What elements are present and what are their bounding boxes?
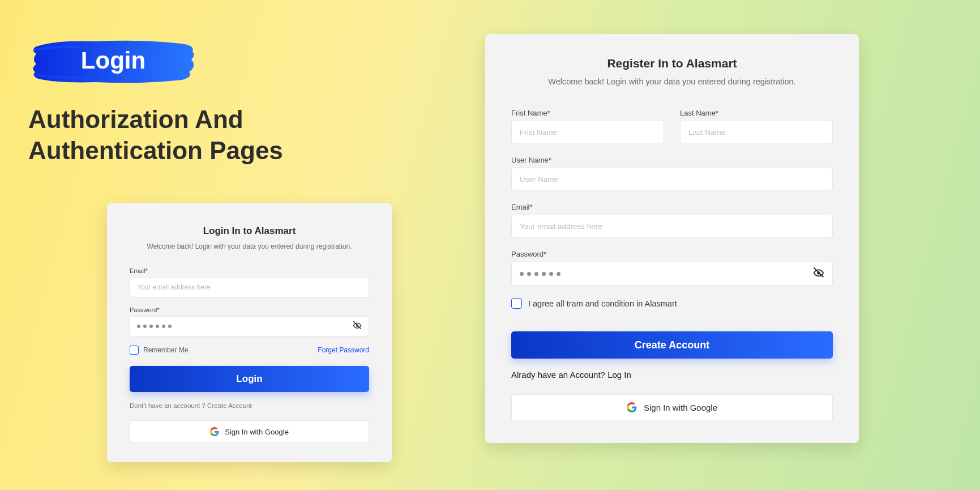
google-icon bbox=[627, 402, 637, 412]
agree-checkbox[interactable] bbox=[511, 298, 522, 309]
brush-badge: Login bbox=[28, 37, 198, 87]
brush-label: Login bbox=[81, 47, 145, 74]
login-subtitle: Welcome back! Login with your data you e… bbox=[130, 242, 369, 250]
user-name-label: User Name* bbox=[511, 156, 833, 164]
register-title: Register In to Alasmart bbox=[511, 57, 833, 70]
remember-checkbox[interactable] bbox=[130, 346, 139, 355]
forget-password-link[interactable]: Forget Password bbox=[318, 346, 369, 354]
login-google-button[interactable]: Sign In with Google bbox=[130, 420, 369, 443]
register-have-account-text: Alrady have an Account? Log In bbox=[511, 370, 833, 380]
first-name-input[interactable] bbox=[511, 121, 664, 143]
register-subtitle: Welcome back! Login with your data you e… bbox=[511, 77, 833, 86]
google-icon bbox=[210, 427, 219, 436]
last-name-label: Last Name* bbox=[680, 109, 833, 117]
login-password-label: Password* bbox=[130, 306, 369, 313]
eye-off-icon[interactable] bbox=[812, 266, 825, 281]
last-name-input[interactable] bbox=[680, 121, 833, 143]
login-card: Login In to Alasmart Welcome back! Login… bbox=[107, 203, 392, 462]
create-account-button[interactable]: Create Account bbox=[511, 331, 833, 359]
register-password-input[interactable] bbox=[511, 262, 833, 286]
login-no-account-text: Dont't have an aceoount ? Create Account bbox=[130, 402, 369, 409]
user-name-input[interactable] bbox=[511, 168, 833, 190]
agree-label: I agree all tram and condition in Alasma… bbox=[528, 299, 677, 308]
register-google-label: Sign In with Google bbox=[644, 403, 717, 412]
login-email-input[interactable] bbox=[130, 277, 369, 297]
login-link[interactable]: Log In bbox=[607, 370, 631, 380]
register-email-label: Email* bbox=[511, 203, 833, 211]
eye-off-icon[interactable] bbox=[352, 320, 362, 333]
create-account-link[interactable]: Create Account bbox=[207, 402, 252, 409]
first-name-label: Frist Name* bbox=[511, 109, 664, 117]
register-google-button[interactable]: Sign In with Google bbox=[511, 394, 833, 420]
login-google-label: Sign In with Google bbox=[225, 428, 289, 436]
hero-heading: Authorization And Authentication Pages bbox=[28, 104, 368, 166]
login-button[interactable]: Login bbox=[130, 366, 369, 392]
register-card: Register In to Alasmart Welcome back! Lo… bbox=[485, 34, 859, 443]
login-title: Login In to Alasmart bbox=[130, 225, 369, 237]
login-email-label: Email* bbox=[130, 267, 369, 274]
hero-section: Login Authorization And Authentication P… bbox=[28, 37, 368, 166]
remember-label: Remember Me bbox=[143, 346, 188, 354]
register-email-input[interactable] bbox=[511, 215, 833, 237]
register-password-label: Password* bbox=[511, 250, 833, 258]
login-password-input[interactable] bbox=[130, 316, 369, 336]
